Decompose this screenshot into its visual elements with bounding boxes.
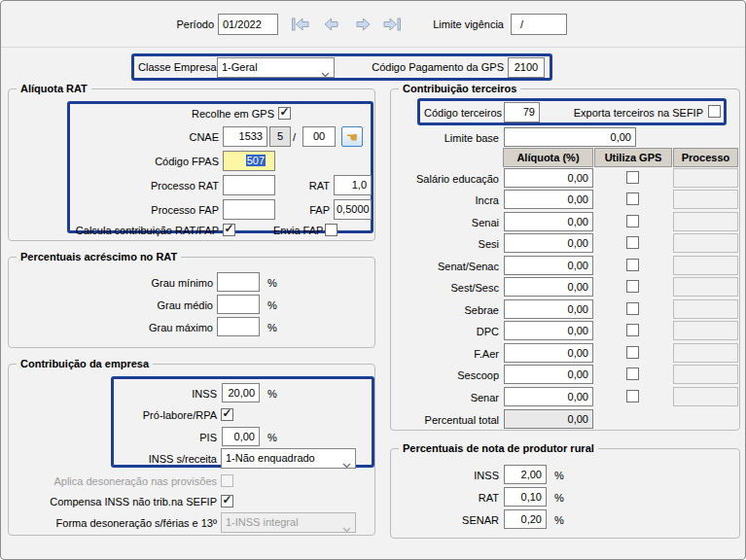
- terceiros-row-label: Salário educação: [390, 169, 499, 189]
- periodo-label: Período: [117, 15, 214, 34]
- limite-vigencia-input[interactable]: /: [511, 14, 567, 35]
- inss-s-receita-label: INSS s/receita: [120, 449, 217, 469]
- table-row: Incra 0,00: [1, 190, 746, 209]
- terceiros-row-label: DPC: [390, 322, 499, 341]
- forma-desoneracao-select: 1-INSS integral: [221, 512, 356, 533]
- inss-s-receita-value: 1-Não enquadrado: [226, 452, 315, 464]
- terceiros-row-label: Sesi: [390, 234, 499, 254]
- aplica-desoneracao-label: Aplica desoneração nas provisões: [40, 472, 217, 491]
- cnae-dv-input: 5: [269, 126, 291, 147]
- recolhe-em-gps-label: Recolhe em GPS: [147, 104, 274, 123]
- cnae-code-input[interactable]: 1533: [223, 126, 267, 147]
- chevron-down-icon: [342, 456, 351, 469]
- nav-first-icon: [291, 18, 310, 31]
- nav-next-icon: [353, 18, 373, 31]
- terceiros-aliquota-input[interactable]: 0,00: [504, 343, 593, 363]
- terceiros-processo-input: [673, 343, 738, 363]
- nav-first-button[interactable]: [287, 14, 314, 35]
- chevron-down-icon: [342, 520, 351, 533]
- rural-rat-input[interactable]: 0,10: [504, 487, 547, 507]
- rural-senar-input[interactable]: 0,20: [504, 509, 547, 529]
- percent-sign: %: [267, 428, 287, 447]
- terceiros-row-label: Sescoop: [390, 366, 499, 385]
- table-row: Sest/Sesc 0,00: [1, 277, 746, 297]
- limite-base-label: Limite base: [419, 128, 499, 148]
- table-row: Senai 0,00: [1, 212, 746, 231]
- terceiros-processo-input: [673, 168, 738, 188]
- terceiros-aliquota-input[interactable]: 0,00: [504, 212, 593, 231]
- produtor-rural-group-title: Percentuais de nota de produtor rural: [399, 440, 598, 456]
- terceiros-processo-input: [673, 299, 738, 319]
- table-row: Senar 0,00: [1, 387, 746, 406]
- aplica-desoneracao-checkbox: [221, 474, 233, 487]
- percentual-total-label: Percentual total: [390, 410, 499, 430]
- terceiros-utiliza-gps-checkbox[interactable]: [626, 259, 639, 271]
- terceiros-processo-input: [673, 233, 738, 253]
- terceiros-utiliza-gps-checkbox[interactable]: [626, 280, 639, 293]
- nav-previous-button[interactable]: [318, 14, 345, 35]
- cnae-label: CNAE: [147, 127, 219, 147]
- column-header-aliquota: Alíquota (%): [503, 148, 593, 167]
- limite-vigencia-label: Limite vigência: [409, 15, 504, 34]
- rural-senar-label: SENAR: [419, 510, 499, 530]
- rural-inss-input[interactable]: 2,00: [504, 465, 547, 484]
- column-header-utiliza-gps: Utiliza GPS: [594, 148, 672, 167]
- terceiros-aliquota-input[interactable]: 0,00: [504, 277, 593, 297]
- terceiros-processo-input: [673, 212, 738, 231]
- terceiros-aliquota-input[interactable]: 0,00: [504, 387, 593, 406]
- forma-desoneracao-label: Forma desoneração s/férias e 13º: [30, 513, 217, 533]
- terceiros-row-label: Senai: [390, 213, 499, 232]
- terceiros-aliquota-input[interactable]: 0,00: [504, 299, 593, 319]
- terceiros-aliquota-input[interactable]: 0,00: [504, 168, 593, 188]
- codigo-pagamento-gps-input[interactable]: 2100: [508, 57, 545, 78]
- pis-input[interactable]: 0,00: [222, 427, 260, 446]
- cnae-suffix-input[interactable]: 00: [302, 126, 336, 147]
- terceiros-row-label: F.Aer: [390, 344, 499, 364]
- table-row: Salário educação 0,00: [1, 168, 746, 188]
- terceiros-row-label: Sest/Sesc: [390, 278, 499, 298]
- nav-previous-icon: [322, 18, 341, 31]
- terceiros-row-label: Senat/Senac: [390, 257, 499, 276]
- terceiros-aliquota-input[interactable]: 0,00: [504, 256, 593, 275]
- classe-empresa-select[interactable]: 1-Geral: [217, 57, 335, 78]
- pro-labore-checkbox[interactable]: [221, 408, 233, 421]
- terceiros-row-label: Incra: [390, 191, 499, 210]
- terceiros-processo-input: [673, 190, 738, 209]
- terceiros-utiliza-gps-checkbox[interactable]: [626, 171, 639, 184]
- percentual-total-value: 0,00: [504, 409, 593, 429]
- terceiros-aliquota-input[interactable]: 0,00: [504, 190, 593, 209]
- nav-next-button[interactable]: [349, 14, 376, 35]
- terceiros-utiliza-gps-checkbox[interactable]: [626, 346, 639, 359]
- inss-s-receita-select[interactable]: 1-Não enquadrado: [221, 448, 356, 469]
- terceiros-aliquota-input[interactable]: 0,00: [504, 321, 593, 340]
- cnae-lookup-button[interactable]: ☚: [341, 126, 363, 147]
- terceiros-utiliza-gps-checkbox[interactable]: [626, 390, 639, 402]
- periodo-input[interactable]: 01/2022: [218, 14, 278, 35]
- percent-sign: %: [554, 488, 574, 508]
- terceiros-utiliza-gps-checkbox[interactable]: [626, 236, 639, 249]
- exporta-terceiros-label: Exporta terceiros na SEFIP: [555, 103, 703, 122]
- nav-last-icon: [382, 18, 402, 31]
- terceiros-utiliza-gps-checkbox[interactable]: [626, 324, 639, 336]
- recolhe-em-gps-checkbox[interactable]: [278, 107, 291, 120]
- codigo-terceiros-label: Código terceiros: [424, 103, 502, 122]
- compensa-inss-checkbox[interactable]: [221, 495, 233, 508]
- terceiros-utiliza-gps-checkbox[interactable]: [626, 368, 639, 380]
- classe-empresa-label: Classe Empresa: [138, 57, 216, 77]
- exporta-terceiros-checkbox[interactable]: [708, 105, 721, 118]
- terceiros-utiliza-gps-checkbox[interactable]: [626, 215, 639, 228]
- header-separator: [1, 47, 745, 48]
- terceiros-utiliza-gps-checkbox[interactable]: [626, 302, 639, 315]
- terceiros-aliquota-input[interactable]: 0,00: [504, 233, 593, 253]
- limite-base-input[interactable]: 0,00: [504, 127, 636, 147]
- contribuicao-terceiros-group-title: Contribuição terceiros: [399, 81, 520, 96]
- nav-last-button[interactable]: [378, 14, 406, 35]
- rural-rat-label: RAT: [419, 488, 499, 508]
- pis-label: PIS: [149, 428, 217, 447]
- codigo-terceiros-input[interactable]: 79: [504, 102, 540, 122]
- terceiros-row-label: Senar: [390, 388, 499, 407]
- terceiros-aliquota-input[interactable]: 0,00: [504, 365, 593, 384]
- terceiros-utiliza-gps-checkbox[interactable]: [626, 192, 639, 205]
- table-row: F.Aer 0,00: [1, 343, 746, 363]
- terceiros-row-label: Sebrae: [390, 300, 499, 320]
